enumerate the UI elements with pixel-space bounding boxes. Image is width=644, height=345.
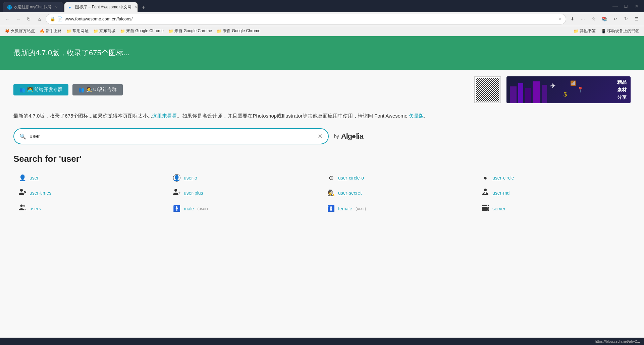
svg-rect-17 <box>485 192 486 194</box>
list-item[interactable]: 🚺 female (user) <box>322 201 476 216</box>
bookmark-mobile[interactable]: 📱 移动设备上的书签 <box>599 27 641 34</box>
server-link[interactable]: server <box>492 206 505 211</box>
ui-group-icon: 👥 <box>78 87 84 92</box>
user-times-svg <box>19 188 26 196</box>
bookmark-chrome1[interactable]: 📁 来自 Google Chrome <box>118 27 166 34</box>
navigation-toolbar: ← → ↻ ⌂ 🔒 📄 ✕ ⬇ ··· ☆ 📚 ↩ ↻ ☰ <box>0 12 644 26</box>
ad-text: 精品 素材 分享 <box>617 78 627 101</box>
svg-rect-2 <box>525 88 531 103</box>
users-link[interactable]: users <box>30 206 41 211</box>
green-banner-text: 最新的4.7.0版，收录了675个图标... <box>13 48 129 58</box>
svg-text:✈: ✈ <box>550 82 556 89</box>
ad-illustration: ✈ $ 📍 📶 <box>506 76 600 103</box>
url-input[interactable] <box>65 16 556 21</box>
new-tab-button[interactable]: + <box>139 3 148 12</box>
forward-button[interactable]: → <box>13 14 23 24</box>
desc-link1[interactable]: 这里来看看 <box>152 113 177 119</box>
desc-link2[interactable]: 矢量版 <box>409 113 424 119</box>
svg-rect-4 <box>542 85 547 103</box>
bookmark-newuser-icon: 🔥 <box>40 29 45 33</box>
btn-group: 👥 🧑‍💻 前端开发专群 👥 🧑‍🎨 UI设计专群 <box>13 84 123 95</box>
sync-button[interactable]: ↻ <box>621 14 631 24</box>
bookmarks-button[interactable]: 📚 <box>600 14 609 24</box>
male-icon: 🚹 <box>173 205 180 212</box>
search-box[interactable]: 🔍 ✕ <box>13 128 329 144</box>
downloads-button[interactable]: ⬇ <box>568 14 577 24</box>
window-controls: — □ ✕ <box>610 1 641 11</box>
svg-text:📶: 📶 <box>570 80 576 86</box>
bookmark-common[interactable]: 📁 常用网址 <box>64 27 91 34</box>
clear-url-icon[interactable]: ✕ <box>558 17 562 21</box>
green-banner: 最新的4.7.0版，收录了675个图标... <box>0 36 644 70</box>
male-link[interactable]: male <box>184 206 194 211</box>
bookmark-jd-label: 京东商城 <box>99 28 115 34</box>
female-link[interactable]: female <box>338 206 352 211</box>
search-input[interactable] <box>30 133 314 139</box>
refresh-button[interactable]: ↻ <box>24 14 34 24</box>
list-item[interactable]: user-md <box>476 185 631 201</box>
home-button[interactable]: ⌂ <box>35 14 44 24</box>
user-secret-link[interactable]: user-secret <box>338 190 362 196</box>
frontend-group-button[interactable]: 👥 🧑‍💻 前端开发专群 <box>13 84 68 95</box>
bookmark-other[interactable]: 📁 其他书签 <box>572 27 598 34</box>
tab2-close-button[interactable]: ✕ <box>133 5 138 10</box>
list-item[interactable]: user-times <box>13 185 168 201</box>
list-item[interactable]: ⊙ user-circle-o <box>322 171 476 185</box>
history-button[interactable]: ↩ <box>610 14 620 24</box>
search-results-title: Search for 'user' <box>13 154 631 164</box>
close-button[interactable]: ✕ <box>632 1 641 11</box>
tab-fontawesome[interactable]: ● 图标库 – Font Awesome 中文网 ✕ <box>64 2 138 12</box>
page-content: 最新的4.7.0版，收录了675个图标... 👥 🧑‍💻 前端开发专群 👥 🧑‍… <box>0 36 644 345</box>
star-button[interactable]: ☆ <box>589 14 598 24</box>
bookmark-chrome3[interactable]: 📁 来自 Google Chrome <box>215 27 262 34</box>
list-item[interactable]: 🚹 male (user) <box>168 201 322 216</box>
minimize-button[interactable]: — <box>610 1 620 11</box>
user-md-link[interactable]: user-md <box>492 190 509 196</box>
security-icon: 🔒 <box>50 16 55 21</box>
ad-banner[interactable]: ✈ $ 📍 📶 精品 素材 分享 <box>506 76 631 103</box>
svg-point-12 <box>174 189 177 192</box>
list-item[interactable]: ● user-circle <box>476 171 631 185</box>
list-item[interactable]: user-plus <box>168 185 322 201</box>
list-item[interactable]: 🕵 user-secret <box>322 185 476 201</box>
svg-rect-0 <box>510 86 517 103</box>
menu-button[interactable]: ☰ <box>632 14 641 24</box>
bookmark-newuser-label: 新手上路 <box>46 28 62 34</box>
tab1-close-button[interactable]: ✕ <box>54 5 59 10</box>
reader-icon: 📄 <box>57 16 63 21</box>
bookmark-chrome3-label: 来自 Google Chrome <box>223 28 260 34</box>
bookmark-firefox[interactable]: 🦊 火狐官方站点 <box>3 27 37 34</box>
tab-mychat[interactable]: 🌐 欢迎注册myChat账号 ✕ <box>3 2 63 12</box>
bookmark-chrome2[interactable]: 📁 来自 Google Chrome <box>166 27 214 34</box>
list-item[interactable]: server <box>476 201 631 216</box>
bookmark-newuser[interactable]: 🔥 新手上路 <box>38 27 64 34</box>
list-item[interactable]: 👤 user <box>13 171 168 185</box>
user-times-link[interactable]: user-times <box>30 190 51 196</box>
user-plus-link[interactable]: user-plus <box>184 190 203 196</box>
bookmark-common-icon: 📁 <box>66 29 71 33</box>
bookmark-jd[interactable]: 📁 京东商城 <box>91 27 117 34</box>
server-icon <box>482 204 489 213</box>
users-icon <box>19 204 26 213</box>
back-button[interactable]: ← <box>3 14 12 24</box>
more-button[interactable]: ··· <box>578 14 588 24</box>
address-bar[interactable]: 🔒 📄 ✕ <box>46 14 566 24</box>
bookmark-mobile-icon: 📱 <box>601 29 606 33</box>
list-item[interactable]: users <box>13 201 168 216</box>
bookmark-mobile-label: 移动设备上的书签 <box>607 28 639 34</box>
bookmark-chrome1-icon: 📁 <box>120 29 125 33</box>
female-suffix: (user) <box>356 206 366 211</box>
search-clear-button[interactable]: ✕ <box>318 133 323 140</box>
maximize-button[interactable]: □ <box>621 1 631 11</box>
ui-group-button[interactable]: 👥 🧑‍🎨 UI设计专群 <box>72 84 123 95</box>
user-circle-o-link[interactable]: user-circle-o <box>338 175 364 181</box>
algolia-branding: by Alglia <box>334 132 363 141</box>
bookmark-jd-icon: 📁 <box>93 29 98 33</box>
list-item[interactable]: 👤 user-o <box>168 171 322 185</box>
user-circle-link[interactable]: user-circle <box>492 175 514 181</box>
svg-text:📍: 📍 <box>577 86 584 93</box>
search-container: 🔍 ✕ by Alglia <box>13 128 631 144</box>
user-o-link[interactable]: user-o <box>184 175 197 181</box>
user-link[interactable]: user <box>30 175 39 181</box>
user-icon: 👤 <box>19 174 26 182</box>
